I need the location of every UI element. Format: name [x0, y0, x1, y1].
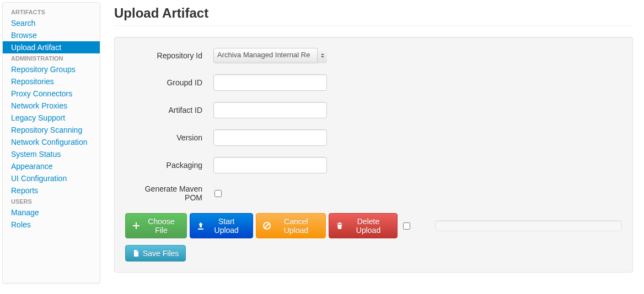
save-files-label: Save Files [143, 249, 179, 258]
buttons-row: Choose File Start Upload Cancel Upload D… [125, 213, 622, 238]
choose-file-button[interactable]: Choose File [125, 213, 187, 238]
sidebar-header-artifacts: ARTIFACTS [3, 7, 100, 17]
generate-pom-checkbox[interactable] [214, 190, 222, 197]
row-packaging: Packaging [125, 157, 622, 173]
sidebar-item-network-proxies[interactable]: Network Proxies [3, 100, 100, 112]
main-content: Upload Artifact Repository Id Archiva Ma… [100, 0, 644, 284]
row-group-id: Groupd ID [125, 74, 622, 91]
divider [114, 25, 633, 26]
group-id-input[interactable] [213, 74, 327, 91]
sidebar-item-system-status[interactable]: System Status [3, 148, 100, 160]
repository-id-select[interactable]: Archiva Managed Internal Re [213, 48, 327, 63]
cancel-upload-button[interactable]: Cancel Upload [256, 213, 326, 238]
label-generate-pom: Generate Maven POM [125, 184, 213, 202]
sidebar-item-browse[interactable]: Browse [3, 29, 100, 41]
upload-icon [197, 222, 205, 230]
sidebar-item-search[interactable]: Search [3, 17, 100, 29]
page-title: Upload Artifact [114, 6, 633, 21]
label-repository-id: Repository Id [125, 51, 213, 60]
sidebar-item-repository-groups[interactable]: Repository Groups [3, 63, 100, 75]
sidebar-item-legacy-support[interactable]: Legacy Support [3, 112, 100, 124]
row-artifact-id: Artifact ID [125, 102, 622, 118]
sidebar-item-manage[interactable]: Manage [3, 206, 100, 219]
label-artifact-id: Artifact ID [125, 106, 213, 115]
packaging-input[interactable] [213, 157, 327, 173]
ban-icon [263, 222, 271, 230]
svg-line-1 [265, 224, 269, 228]
sidebar: ARTIFACTS Search Browse Upload Artifact … [2, 2, 100, 284]
version-input[interactable] [213, 129, 327, 146]
start-upload-label: Start Upload [207, 217, 246, 235]
label-version: Version [125, 133, 213, 142]
sidebar-item-upload-artifact[interactable]: Upload Artifact [3, 41, 100, 53]
plus-icon [132, 222, 140, 230]
trash-icon [336, 222, 344, 230]
save-files-button[interactable]: Save Files [125, 245, 186, 262]
delete-upload-button[interactable]: Delete Upload [329, 213, 398, 238]
sidebar-item-network-configuration[interactable]: Network Configuration [3, 136, 100, 148]
start-upload-button[interactable]: Start Upload [190, 213, 253, 238]
sidebar-item-ui-configuration[interactable]: UI Configuration [3, 172, 100, 184]
upload-progress-bar [435, 220, 622, 231]
form-well: Repository Id Archiva Managed Internal R… [114, 37, 633, 273]
row-repository-id: Repository Id Archiva Managed Internal R… [125, 48, 622, 63]
row-version: Version [125, 129, 622, 146]
row-generate-pom: Generate Maven POM [125, 184, 622, 202]
sidebar-item-proxy-connectors[interactable]: Proxy Connectors [3, 88, 100, 100]
sidebar-item-repository-scanning[interactable]: Repository Scanning [3, 124, 100, 136]
artifact-id-input[interactable] [213, 102, 327, 118]
sidebar-header-users: USERS [3, 197, 100, 206]
upload-extra-checkbox[interactable] [403, 222, 410, 230]
sidebar-item-repositories[interactable]: Repositories [3, 75, 100, 88]
cancel-upload-label: Cancel Upload [273, 217, 319, 235]
file-icon [132, 249, 140, 257]
delete-upload-label: Delete Upload [346, 217, 390, 235]
sidebar-item-appearance[interactable]: Appearance [3, 160, 100, 172]
label-group-id: Groupd ID [125, 78, 213, 87]
sidebar-item-roles[interactable]: Roles [3, 219, 100, 231]
sidebar-header-administration: ADMINISTRATION [3, 53, 100, 63]
save-row: Save Files [125, 245, 622, 262]
choose-file-label: Choose File [143, 217, 180, 235]
sidebar-item-reports[interactable]: Reports [3, 184, 100, 197]
label-packaging: Packaging [125, 161, 213, 170]
